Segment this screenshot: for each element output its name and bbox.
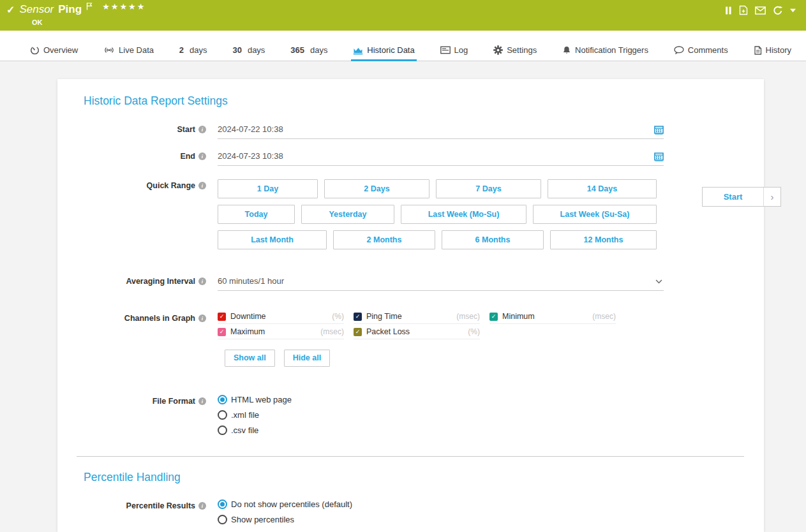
channel-maximum[interactable]: Maximum (msec) [218, 327, 344, 339]
checkbox-checked-icon[interactable] [354, 328, 362, 336]
quick-range-1-day-button[interactable]: 1 Day [218, 179, 318, 198]
sensor-kind-label: Sensor [19, 3, 54, 16]
file-format-csv-option[interactable]: .csv file [218, 425, 664, 435]
channels-label: Channels in Graph [124, 314, 195, 367]
end-row: End i 2024-07-23 10:38 [84, 150, 744, 166]
quick-range-14-days-button[interactable]: 14 Days [548, 179, 657, 198]
pause-icon[interactable] [725, 6, 732, 15]
priority-flag-icon[interactable] [86, 1, 93, 13]
tab-label: Settings [507, 45, 537, 55]
averaging-interval-select[interactable]: 60 minutes/1 hour [218, 275, 664, 291]
chevron-right-icon[interactable]: › [764, 188, 780, 206]
area-chart-icon [353, 46, 363, 55]
start-date-field[interactable]: 2024-07-22 10:38 [218, 123, 664, 139]
start-date-value: 2024-07-22 10:38 [218, 124, 283, 134]
quick-range-7-days-button[interactable]: 7 Days [436, 179, 541, 198]
tab-label: Notification Triggers [575, 45, 648, 55]
tab-notification-triggers[interactable]: Notification Triggers [560, 41, 650, 61]
tab-label: Live Data [119, 45, 154, 55]
priority-stars[interactable]: ★★★★★ [102, 2, 146, 11]
tab-label: Log [454, 45, 468, 55]
channel-ping-time[interactable]: Ping Time (msec) [354, 312, 480, 324]
tab-label: Comments [688, 45, 728, 55]
tab-365-days[interactable]: 365 days [288, 41, 329, 61]
sensor-tabbar: Overview Live Data 2 days 30 days 365 da… [0, 31, 806, 61]
quick-range-last-month-button[interactable]: Last Month [218, 230, 327, 249]
quick-range-2-days-button[interactable]: 2 Days [324, 179, 429, 198]
channel-packet-loss[interactable]: Packet Loss (%) [354, 327, 480, 339]
tab-history[interactable]: History [752, 41, 793, 61]
tab-label: History [766, 45, 791, 55]
tab-log[interactable]: Log [438, 41, 470, 61]
averaging-interval-label: Averaging Interval [126, 277, 195, 291]
hide-all-button[interactable]: Hide all [284, 350, 330, 367]
email-icon[interactable] [755, 6, 766, 15]
tab-settings[interactable]: Settings [491, 41, 539, 61]
show-all-button[interactable]: Show all [225, 350, 275, 367]
tab-historic-data[interactable]: Historic Data [351, 41, 416, 61]
radio-icon[interactable] [218, 410, 227, 420]
chevron-down-icon [655, 276, 662, 286]
checkbox-checked-icon[interactable] [218, 328, 226, 336]
log-icon [440, 46, 451, 54]
tab-label: Historic Data [367, 45, 414, 55]
quick-range-2-months-button[interactable]: 2 Months [333, 230, 435, 249]
start-row: Start i 2024-07-22 10:38 [84, 123, 744, 139]
add-report-icon[interactable] [739, 5, 748, 15]
info-icon[interactable]: i [198, 314, 206, 322]
end-label: End [180, 152, 195, 166]
end-date-field[interactable]: 2024-07-23 10:38 [218, 150, 664, 166]
dropdown-caret-icon[interactable] [790, 8, 796, 13]
percentile-hide-option[interactable]: Do not show percentiles (default) [218, 499, 664, 509]
info-icon[interactable]: i [198, 182, 206, 189]
tab-live-data[interactable]: Live Data [101, 41, 156, 61]
calendar-icon[interactable] [654, 152, 664, 163]
status-check-icon: ✓ [6, 4, 15, 16]
info-icon[interactable]: i [198, 277, 206, 285]
checkbox-checked-icon[interactable] [489, 313, 498, 321]
start-report-label[interactable]: Start [703, 188, 764, 206]
radio-selected-icon[interactable] [218, 499, 227, 509]
quick-range-label: Quick Range [147, 181, 195, 256]
percentile-show-option[interactable]: Show percentiles [218, 515, 664, 524]
quick-range-today-button[interactable]: Today [218, 205, 295, 224]
averaging-interval-value: 60 minutes/1 hour [218, 276, 284, 286]
file-format-xml-option[interactable]: .xml file [218, 410, 664, 420]
calendar-icon[interactable] [654, 125, 664, 137]
radio-icon[interactable] [218, 425, 227, 435]
quick-range-6-months-button[interactable]: 6 Months [442, 230, 544, 249]
start-label: Start [177, 125, 195, 139]
quick-range-12-months-button[interactable]: 12 Months [550, 230, 657, 249]
checkbox-checked-icon[interactable] [218, 313, 226, 321]
tab-overview[interactable]: Overview [28, 41, 80, 61]
checkbox-checked-icon[interactable] [354, 313, 362, 321]
gear-icon [493, 45, 503, 55]
start-report-button[interactable]: Start › [702, 187, 781, 207]
radio-selected-icon[interactable] [218, 395, 227, 404]
tab-label: days [310, 45, 327, 55]
radio-icon[interactable] [218, 515, 227, 524]
tab-label: Overview [43, 45, 78, 55]
quick-range-last-week-mo-su-button[interactable]: Last Week (Mo-Su) [401, 205, 526, 224]
sensor-status-badge: OK [32, 18, 43, 26]
info-icon[interactable]: i [198, 152, 206, 160]
sensor-name: Ping [58, 3, 82, 16]
info-icon[interactable]: i [198, 502, 206, 510]
quick-range-row: Quick Range i 1 Day 2 Days 7 Days 14 Day… [84, 179, 744, 256]
info-icon[interactable]: i [198, 126, 206, 133]
info-icon[interactable]: i [198, 397, 206, 405]
tab-30-days[interactable]: 30 days [230, 41, 267, 61]
percentile-results-label: Percentile Results [126, 501, 195, 530]
file-format-html-option[interactable]: HTML web page [218, 395, 664, 404]
quick-range-yesterday-button[interactable]: Yesterday [301, 205, 394, 224]
channel-downtime[interactable]: Downtime (%) [218, 312, 344, 324]
channel-minimum[interactable]: Minimum (msec) [489, 312, 616, 324]
quick-range-last-week-su-sa-button[interactable]: Last Week (Su-Sa) [533, 205, 657, 224]
refresh-icon[interactable] [773, 6, 783, 15]
settings-card: Historic Data Report Settings Start i 20… [57, 79, 764, 532]
section-title-historic: Historic Data Report Settings [84, 94, 744, 108]
sensor-header: ✓ Sensor Ping ★★★★★ OK [0, 0, 806, 31]
tab-comments[interactable]: Comments [672, 41, 730, 61]
tab-2-days[interactable]: 2 days [177, 41, 209, 61]
channels-row: Channels in Graph i Downtime (%) Ping Ti… [84, 312, 744, 367]
